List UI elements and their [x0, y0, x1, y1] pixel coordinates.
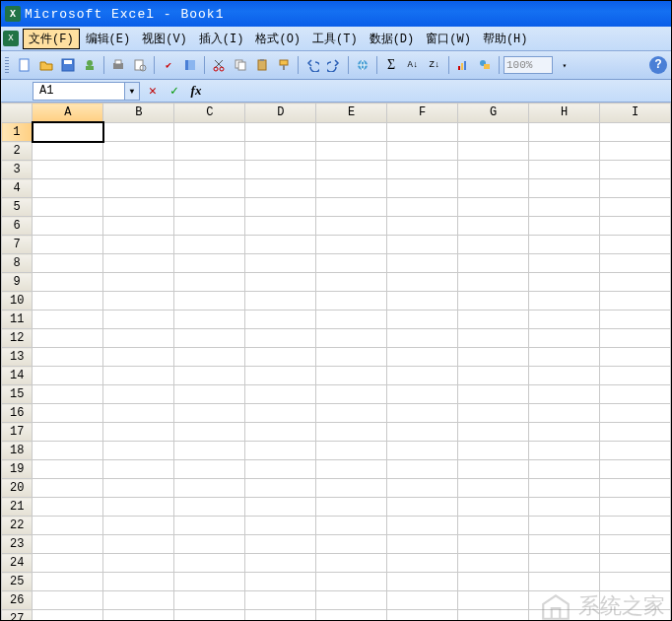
- cell-A23[interactable]: [33, 535, 103, 554]
- cell-B19[interactable]: [103, 460, 174, 479]
- column-header-H[interactable]: H: [529, 104, 600, 123]
- cell-I16[interactable]: [600, 404, 671, 423]
- cell-B20[interactable]: [103, 479, 174, 498]
- cell-C7[interactable]: [174, 236, 245, 254]
- cell-H5[interactable]: [529, 198, 600, 217]
- cell-A16[interactable]: [33, 404, 103, 423]
- cell-E17[interactable]: [316, 423, 387, 442]
- cell-I3[interactable]: [600, 161, 671, 179]
- cell-A12[interactable]: [33, 329, 103, 348]
- row-header-18[interactable]: 18: [2, 442, 33, 460]
- hyperlink-icon[interactable]: [353, 55, 372, 75]
- cell-E26[interactable]: [316, 591, 387, 610]
- cell-D14[interactable]: [245, 367, 316, 385]
- column-header-A[interactable]: A: [33, 104, 103, 123]
- cell-E10[interactable]: [316, 292, 387, 310]
- cell-F17[interactable]: [387, 423, 458, 442]
- cell-G7[interactable]: [458, 236, 529, 254]
- cell-G1[interactable]: [458, 122, 529, 142]
- cell-I10[interactable]: [600, 292, 671, 310]
- spelling-icon[interactable]: ✔: [159, 55, 178, 75]
- redo-icon[interactable]: [324, 55, 344, 75]
- excel-doc-icon[interactable]: X: [3, 31, 19, 46]
- cell-F18[interactable]: [387, 442, 458, 460]
- cell-F13[interactable]: [387, 348, 458, 367]
- cell-C8[interactable]: [174, 254, 245, 273]
- cell-E4[interactable]: [316, 179, 387, 198]
- save-icon[interactable]: [58, 55, 78, 75]
- cell-H6[interactable]: [529, 217, 600, 236]
- cell-D5[interactable]: [245, 198, 316, 217]
- cell-G6[interactable]: [458, 217, 529, 236]
- cell-E6[interactable]: [316, 217, 387, 236]
- cell-D24[interactable]: [245, 554, 316, 573]
- cell-C2[interactable]: [174, 142, 245, 161]
- row-header-14[interactable]: 14: [2, 367, 33, 385]
- sort-asc-icon[interactable]: A↓: [403, 55, 423, 75]
- permission-icon[interactable]: [80, 55, 100, 75]
- toolbar-grip[interactable]: [5, 57, 9, 73]
- format-painter-icon[interactable]: [274, 55, 294, 75]
- cell-F3[interactable]: [387, 161, 458, 179]
- cell-A3[interactable]: [33, 161, 103, 179]
- column-header-D[interactable]: D: [245, 104, 316, 123]
- cell-E3[interactable]: [316, 161, 387, 179]
- cell-D26[interactable]: [245, 591, 316, 610]
- cell-C19[interactable]: [174, 460, 245, 479]
- column-header-E[interactable]: E: [316, 104, 387, 123]
- cell-B13[interactable]: [103, 348, 174, 367]
- cell-I26[interactable]: [600, 591, 671, 610]
- cell-G22[interactable]: [458, 517, 529, 535]
- cell-I20[interactable]: [600, 479, 671, 498]
- row-header-1[interactable]: 1: [2, 122, 33, 142]
- cell-G13[interactable]: [458, 348, 529, 367]
- cell-E13[interactable]: [316, 348, 387, 367]
- row-header-17[interactable]: 17: [2, 423, 33, 442]
- cell-G27[interactable]: [458, 610, 529, 622]
- cell-F16[interactable]: [387, 404, 458, 423]
- row-header-4[interactable]: 4: [2, 179, 33, 198]
- cell-G8[interactable]: [458, 254, 529, 273]
- cell-E7[interactable]: [316, 236, 387, 254]
- cell-G21[interactable]: [458, 498, 529, 517]
- undo-icon[interactable]: [302, 55, 322, 75]
- cell-I1[interactable]: [600, 122, 671, 142]
- cell-G17[interactable]: [458, 423, 529, 442]
- cell-D22[interactable]: [245, 517, 316, 535]
- cell-C3[interactable]: [174, 161, 245, 179]
- row-header-23[interactable]: 23: [2, 535, 33, 554]
- cell-F5[interactable]: [387, 198, 458, 217]
- cell-G15[interactable]: [458, 385, 529, 404]
- cell-G16[interactable]: [458, 404, 529, 423]
- cell-D12[interactable]: [245, 329, 316, 348]
- cell-G26[interactable]: [458, 591, 529, 610]
- cell-I13[interactable]: [600, 348, 671, 367]
- cell-G19[interactable]: [458, 460, 529, 479]
- cell-B4[interactable]: [103, 179, 174, 198]
- cell-D1[interactable]: [245, 122, 316, 142]
- new-icon[interactable]: [15, 55, 34, 75]
- cell-D9[interactable]: [245, 273, 316, 292]
- cell-B18[interactable]: [103, 442, 174, 460]
- cell-C25[interactable]: [174, 573, 245, 591]
- cell-C17[interactable]: [174, 423, 245, 442]
- cell-E5[interactable]: [316, 198, 387, 217]
- row-header-22[interactable]: 22: [2, 517, 33, 535]
- cell-D25[interactable]: [245, 573, 316, 591]
- cell-A10[interactable]: [33, 292, 103, 310]
- cell-C18[interactable]: [174, 442, 245, 460]
- cell-B2[interactable]: [103, 142, 174, 161]
- cell-D3[interactable]: [245, 161, 316, 179]
- autosum-icon[interactable]: Σ: [381, 55, 401, 75]
- cell-I19[interactable]: [600, 460, 671, 479]
- row-header-9[interactable]: 9: [2, 273, 33, 292]
- cell-F14[interactable]: [387, 367, 458, 385]
- menu-data[interactable]: 数据(D): [364, 29, 421, 49]
- cell-B22[interactable]: [103, 517, 174, 535]
- cell-H26[interactable]: [529, 591, 600, 610]
- cell-B23[interactable]: [103, 535, 174, 554]
- drawing-icon[interactable]: [475, 55, 495, 75]
- cell-A25[interactable]: [33, 573, 103, 591]
- cell-C14[interactable]: [174, 367, 245, 385]
- toolbar-options-icon[interactable]: ▾: [555, 55, 574, 75]
